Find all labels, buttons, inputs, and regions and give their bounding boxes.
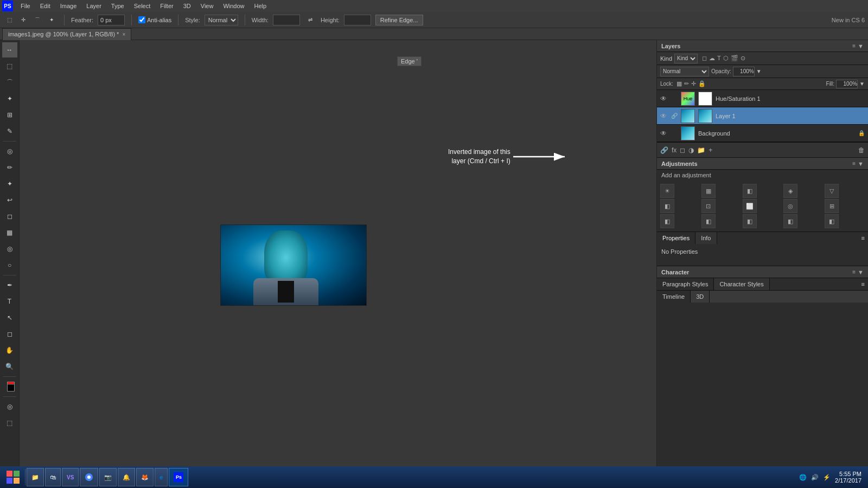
menu-file[interactable]: File <box>16 2 35 10</box>
layer-item-layer1[interactable]: 👁 🔗 Layer 1 <box>657 107 868 125</box>
delete-layer-icon[interactable]: 🗑 <box>858 146 865 154</box>
taskbar-explorer[interactable]: 📁 <box>27 468 44 486</box>
tab-close[interactable]: × <box>122 31 125 37</box>
filter-shape-icon[interactable]: ⬡ <box>723 55 729 62</box>
props-menu[interactable]: ≡ <box>858 232 868 244</box>
lock-transparent-icon[interactable]: ▦ <box>676 80 682 87</box>
fill-input[interactable] <box>836 80 858 88</box>
stamp-btn[interactable]: ✦ <box>2 176 17 191</box>
taskbar-app2[interactable]: 🔔 <box>118 468 135 486</box>
adj-brightness[interactable]: ☀ <box>660 184 674 198</box>
quick-mask-btn[interactable]: ◎ <box>2 399 17 414</box>
menu-type[interactable]: Type <box>107 2 129 10</box>
eye-layer1[interactable]: 👁 <box>660 112 668 120</box>
info-tab[interactable]: Info <box>695 232 717 244</box>
adj-curves[interactable]: ◧ <box>743 184 757 198</box>
lock-position-icon[interactable]: ✛ <box>691 80 696 87</box>
taskbar-chrome[interactable] <box>80 468 98 486</box>
menu-image[interactable]: Image <box>56 2 81 10</box>
menu-edit[interactable]: Edit <box>36 2 55 10</box>
shape-btn[interactable]: ◻ <box>2 326 17 342</box>
new-layer-icon[interactable]: + <box>709 146 712 154</box>
taskbar-firefox[interactable]: 🦊 <box>136 468 154 486</box>
menu-filter[interactable]: Filter <box>156 2 177 10</box>
menu-window[interactable]: Window <box>219 2 248 10</box>
layers-collapse[interactable]: ▼ <box>858 43 864 49</box>
taskbar-vs[interactable]: VS <box>62 468 79 486</box>
dodge-btn[interactable]: ○ <box>2 258 17 273</box>
move-tool-btn[interactable]: ↔ <box>2 42 17 57</box>
style-select[interactable]: Normal <box>205 15 238 25</box>
adj-exposure[interactable]: ◈ <box>783 184 797 198</box>
char-menu-icon[interactable]: ≡ <box>852 269 856 275</box>
kind-select[interactable]: Kind <box>674 54 698 63</box>
adj-vibrance[interactable]: ▽ <box>825 184 839 198</box>
hand-btn[interactable]: ✋ <box>2 343 17 358</box>
anti-alias-checkbox[interactable]: Anti-alias <box>138 16 171 23</box>
quick-select-btn[interactable]: ✦ <box>2 91 17 106</box>
filter-pixel-icon[interactable]: ◻ <box>702 55 707 62</box>
pen-btn[interactable]: ✒ <box>2 278 17 293</box>
taskbar-start[interactable] <box>2 468 24 486</box>
layer-item-huesat[interactable]: 👁 Hue Hue/Saturation 1 <box>657 90 868 107</box>
menu-help[interactable]: Help <box>250 2 271 10</box>
menu-3d[interactable]: 3D <box>179 2 195 10</box>
adj-photofilter[interactable]: ◎ <box>783 199 797 213</box>
gradient-btn[interactable]: ▦ <box>2 225 17 240</box>
adj-menu-icon[interactable]: ≡ <box>852 160 856 167</box>
adj-channelmixer[interactable]: ⊞ <box>825 199 839 213</box>
filter-type-icon[interactable]: T <box>717 55 721 62</box>
adj-posterize[interactable]: ◧ <box>743 214 757 228</box>
opacity-input[interactable] <box>733 67 755 76</box>
character-styles-tab[interactable]: Character Styles <box>714 278 769 290</box>
properties-tab[interactable]: Properties <box>657 232 695 244</box>
adj-huesat[interactable]: ◧ <box>660 199 674 213</box>
taskbar-app1[interactable]: 📷 <box>99 468 117 486</box>
eye-huesat[interactable]: 👁 <box>660 95 668 102</box>
adj-collapse[interactable]: ▼ <box>858 160 864 167</box>
blur-btn[interactable]: ◎ <box>2 241 17 256</box>
feather-input[interactable] <box>98 15 125 25</box>
adj-invert[interactable]: ◧ <box>701 214 716 228</box>
lock-all-icon[interactable]: 🔒 <box>698 80 706 87</box>
filter-adj-icon[interactable]: ☁ <box>709 55 715 62</box>
path-select-btn[interactable]: ↖ <box>2 310 17 325</box>
refine-edge-button[interactable]: Refine Edge... <box>375 15 423 25</box>
filter-toggle-icon[interactable]: ⊙ <box>741 55 745 62</box>
zoom-btn[interactable]: 🔍 <box>2 359 17 374</box>
text-btn[interactable]: T <box>2 294 17 309</box>
width-input[interactable] <box>273 15 300 25</box>
link-layers-icon[interactable]: 🔗 <box>660 146 668 154</box>
add-mask-icon[interactable]: ◻ <box>680 146 685 154</box>
adj-colorlookup[interactable]: ◧ <box>660 214 674 228</box>
adj-threshold[interactable]: ◧ <box>783 214 797 228</box>
history-brush-btn[interactable]: ↩ <box>2 192 17 208</box>
adj-colorbalance[interactable]: ⊡ <box>701 199 716 213</box>
canvas-area[interactable]: Inverted image of this layer (Cmd / Ctrl… <box>20 40 656 475</box>
menu-view[interactable]: View <box>196 2 218 10</box>
lasso-tool[interactable]: ⌒ <box>31 14 43 26</box>
adj-bw[interactable]: ⬜ <box>743 199 757 213</box>
crop-btn[interactable]: ⊞ <box>2 107 17 123</box>
add-style-icon[interactable]: fx <box>672 146 676 154</box>
lasso-btn[interactable]: ⌒ <box>2 75 17 90</box>
char-tabs-menu[interactable]: ≡ <box>858 278 868 290</box>
char-collapse[interactable]: ▼ <box>858 269 864 275</box>
magic-wand[interactable]: ✦ <box>46 14 58 26</box>
layer-item-background[interactable]: 👁 Background 🔒 <box>657 125 868 142</box>
blend-mode-select[interactable]: Normal <box>660 67 709 76</box>
spot-heal-btn[interactable]: ◎ <box>2 144 17 159</box>
eraser-btn[interactable]: ◻ <box>2 209 17 224</box>
document-tab[interactable]: images1.jpeg @ 100% (Layer 1, RGB/8) * × <box>2 28 131 40</box>
filter-smart-icon[interactable]: 🎬 <box>731 55 738 62</box>
new-fill-adj-icon[interactable]: ◑ <box>688 146 694 154</box>
taskbar-photoshop[interactable]: Ps <box>169 468 188 486</box>
menu-select[interactable]: Select <box>130 2 155 10</box>
swap-wh[interactable]: ⇌ <box>304 14 316 26</box>
3d-tab[interactable]: 3D <box>691 291 710 303</box>
new-group-icon[interactable]: 📁 <box>697 146 705 154</box>
height-input[interactable] <box>344 15 371 25</box>
adj-gradmap[interactable]: ◧ <box>825 214 839 228</box>
brush-btn[interactable]: ✏ <box>2 160 17 175</box>
fg-bg-colors[interactable] <box>2 379 17 394</box>
